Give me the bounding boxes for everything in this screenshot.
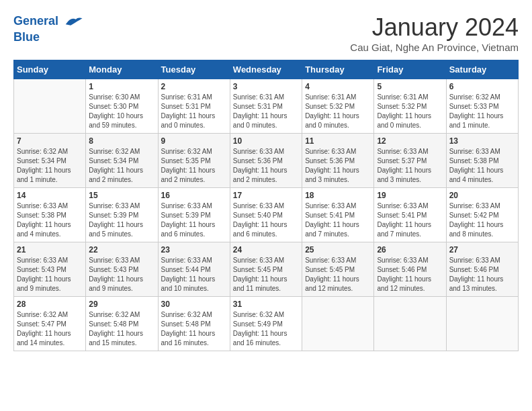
calendar-cell: 25Sunrise: 6:33 AM Sunset: 5:45 PM Dayli… xyxy=(302,242,374,297)
day-info: Sunrise: 6:33 AM Sunset: 5:40 PM Dayligh… xyxy=(233,201,299,239)
day-number: 29 xyxy=(89,300,154,309)
day-number: 23 xyxy=(161,245,227,255)
calendar-cell: 11Sunrise: 6:33 AM Sunset: 5:36 PM Dayli… xyxy=(302,134,374,188)
day-info: Sunrise: 6:33 AM Sunset: 5:39 PM Dayligh… xyxy=(161,201,227,239)
calendar-cell xyxy=(302,297,374,351)
day-info: Sunrise: 6:32 AM Sunset: 5:33 PM Dayligh… xyxy=(449,93,515,130)
day-number: 21 xyxy=(17,245,83,255)
logo-text: General xyxy=(13,13,83,30)
day-number: 5 xyxy=(377,82,443,91)
calendar-cell: 8Sunrise: 6:32 AM Sunset: 5:34 PM Daylig… xyxy=(86,134,158,188)
calendar-cell: 29Sunrise: 6:32 AM Sunset: 5:48 PM Dayli… xyxy=(86,297,158,351)
day-number: 14 xyxy=(17,191,83,200)
calendar-body: 1Sunrise: 6:30 AM Sunset: 5:30 PM Daylig… xyxy=(14,79,519,351)
day-number: 12 xyxy=(377,136,443,146)
day-info: Sunrise: 6:32 AM Sunset: 5:35 PM Dayligh… xyxy=(161,147,227,185)
day-info: Sunrise: 6:32 AM Sunset: 5:49 PM Dayligh… xyxy=(233,310,299,348)
calendar-cell: 12Sunrise: 6:33 AM Sunset: 5:37 PM Dayli… xyxy=(374,134,446,188)
day-number: 18 xyxy=(305,191,371,200)
calendar-cell: 6Sunrise: 6:32 AM Sunset: 5:33 PM Daylig… xyxy=(446,79,518,134)
day-number: 20 xyxy=(449,191,515,200)
weekday-header-row: SundayMondayTuesdayWednesdayThursdayFrid… xyxy=(14,60,519,79)
calendar-cell: 2Sunrise: 6:31 AM Sunset: 5:31 PM Daylig… xyxy=(158,79,230,134)
day-number: 4 xyxy=(305,82,371,91)
calendar-cell: 9Sunrise: 6:32 AM Sunset: 5:35 PM Daylig… xyxy=(158,134,230,188)
weekday-wednesday: Wednesday xyxy=(230,60,302,79)
calendar-cell: 23Sunrise: 6:33 AM Sunset: 5:44 PM Dayli… xyxy=(158,242,230,297)
day-number: 16 xyxy=(161,191,227,200)
day-number: 26 xyxy=(377,245,443,255)
calendar-cell: 16Sunrise: 6:33 AM Sunset: 5:39 PM Dayli… xyxy=(158,188,230,242)
calendar-cell: 13Sunrise: 6:33 AM Sunset: 5:38 PM Dayli… xyxy=(446,134,518,188)
day-number: 19 xyxy=(377,191,443,200)
day-number: 31 xyxy=(233,300,299,309)
day-number: 22 xyxy=(89,245,154,255)
day-info: Sunrise: 6:32 AM Sunset: 5:34 PM Dayligh… xyxy=(17,147,83,185)
day-info: Sunrise: 6:33 AM Sunset: 5:37 PM Dayligh… xyxy=(377,147,443,185)
day-number: 2 xyxy=(161,82,227,91)
calendar-week-1: 1Sunrise: 6:30 AM Sunset: 5:30 PM Daylig… xyxy=(14,79,519,134)
day-info: Sunrise: 6:31 AM Sunset: 5:32 PM Dayligh… xyxy=(305,93,371,130)
calendar-cell: 7Sunrise: 6:32 AM Sunset: 5:34 PM Daylig… xyxy=(14,134,86,188)
day-number: 27 xyxy=(449,245,515,255)
day-info: Sunrise: 6:33 AM Sunset: 5:45 PM Dayligh… xyxy=(233,256,299,293)
month-title: January 2024 xyxy=(350,13,519,42)
day-info: Sunrise: 6:33 AM Sunset: 5:45 PM Dayligh… xyxy=(305,256,371,293)
calendar-cell: 18Sunrise: 6:33 AM Sunset: 5:41 PM Dayli… xyxy=(302,188,374,242)
day-number: 1 xyxy=(89,82,154,91)
calendar-cell: 26Sunrise: 6:33 AM Sunset: 5:46 PM Dayli… xyxy=(374,242,446,297)
calendar-week-5: 28Sunrise: 6:32 AM Sunset: 5:47 PM Dayli… xyxy=(14,297,519,351)
day-info: Sunrise: 6:33 AM Sunset: 5:43 PM Dayligh… xyxy=(89,256,154,293)
day-info: Sunrise: 6:33 AM Sunset: 5:41 PM Dayligh… xyxy=(377,201,443,239)
day-info: Sunrise: 6:33 AM Sunset: 5:39 PM Dayligh… xyxy=(89,201,154,239)
day-info: Sunrise: 6:33 AM Sunset: 5:41 PM Dayligh… xyxy=(305,201,371,239)
calendar-cell xyxy=(14,79,86,134)
calendar-cell: 31Sunrise: 6:32 AM Sunset: 5:49 PM Dayli… xyxy=(230,297,302,351)
calendar-cell: 15Sunrise: 6:33 AM Sunset: 5:39 PM Dayli… xyxy=(86,188,158,242)
logo-blue: Blue xyxy=(13,30,83,45)
weekday-thursday: Thursday xyxy=(302,60,374,79)
calendar-cell: 5Sunrise: 6:31 AM Sunset: 5:32 PM Daylig… xyxy=(374,79,446,134)
day-number: 15 xyxy=(89,191,154,200)
day-number: 3 xyxy=(233,82,299,91)
day-info: Sunrise: 6:33 AM Sunset: 5:42 PM Dayligh… xyxy=(449,201,515,239)
logo: General Blue xyxy=(13,13,83,45)
weekday-tuesday: Tuesday xyxy=(158,60,230,79)
title-block: January 2024 Cau Giat, Nghe An Province,… xyxy=(350,13,519,53)
weekday-friday: Friday xyxy=(374,60,446,79)
page-header: General Blue January 2024 Cau Giat, Nghe… xyxy=(13,13,519,53)
day-number: 7 xyxy=(17,136,83,146)
day-number: 24 xyxy=(233,245,299,255)
day-number: 9 xyxy=(161,136,227,146)
day-info: Sunrise: 6:33 AM Sunset: 5:43 PM Dayligh… xyxy=(17,256,83,293)
calendar-cell: 30Sunrise: 6:32 AM Sunset: 5:48 PM Dayli… xyxy=(158,297,230,351)
day-number: 17 xyxy=(233,191,299,200)
calendar-cell: 19Sunrise: 6:33 AM Sunset: 5:41 PM Dayli… xyxy=(374,188,446,242)
day-info: Sunrise: 6:32 AM Sunset: 5:48 PM Dayligh… xyxy=(161,310,227,348)
location-subtitle: Cau Giat, Nghe An Province, Vietnam xyxy=(350,42,519,53)
day-info: Sunrise: 6:32 AM Sunset: 5:47 PM Dayligh… xyxy=(17,310,83,348)
calendar-week-4: 21Sunrise: 6:33 AM Sunset: 5:43 PM Dayli… xyxy=(14,242,519,297)
calendar-cell: 20Sunrise: 6:33 AM Sunset: 5:42 PM Dayli… xyxy=(446,188,518,242)
day-number: 30 xyxy=(161,300,227,309)
day-info: Sunrise: 6:33 AM Sunset: 5:46 PM Dayligh… xyxy=(377,256,443,293)
calendar-cell: 21Sunrise: 6:33 AM Sunset: 5:43 PM Dayli… xyxy=(14,242,86,297)
calendar-cell: 10Sunrise: 6:33 AM Sunset: 5:36 PM Dayli… xyxy=(230,134,302,188)
day-info: Sunrise: 6:32 AM Sunset: 5:48 PM Dayligh… xyxy=(89,310,154,348)
day-number: 11 xyxy=(305,136,371,146)
day-info: Sunrise: 6:30 AM Sunset: 5:30 PM Dayligh… xyxy=(89,93,154,130)
calendar-cell: 3Sunrise: 6:31 AM Sunset: 5:31 PM Daylig… xyxy=(230,79,302,134)
calendar-week-3: 14Sunrise: 6:33 AM Sunset: 5:38 PM Dayli… xyxy=(14,188,519,242)
calendar-cell xyxy=(446,297,518,351)
weekday-saturday: Saturday xyxy=(446,60,518,79)
calendar-cell: 1Sunrise: 6:30 AM Sunset: 5:30 PM Daylig… xyxy=(86,79,158,134)
day-info: Sunrise: 6:33 AM Sunset: 5:44 PM Dayligh… xyxy=(161,256,227,293)
day-info: Sunrise: 6:33 AM Sunset: 5:38 PM Dayligh… xyxy=(449,147,515,185)
calendar-cell xyxy=(374,297,446,351)
day-number: 28 xyxy=(17,300,83,309)
day-number: 13 xyxy=(449,136,515,146)
day-number: 6 xyxy=(449,82,515,91)
day-info: Sunrise: 6:33 AM Sunset: 5:36 PM Dayligh… xyxy=(305,147,371,185)
day-info: Sunrise: 6:32 AM Sunset: 5:34 PM Dayligh… xyxy=(89,147,154,185)
day-info: Sunrise: 6:33 AM Sunset: 5:46 PM Dayligh… xyxy=(449,256,515,293)
